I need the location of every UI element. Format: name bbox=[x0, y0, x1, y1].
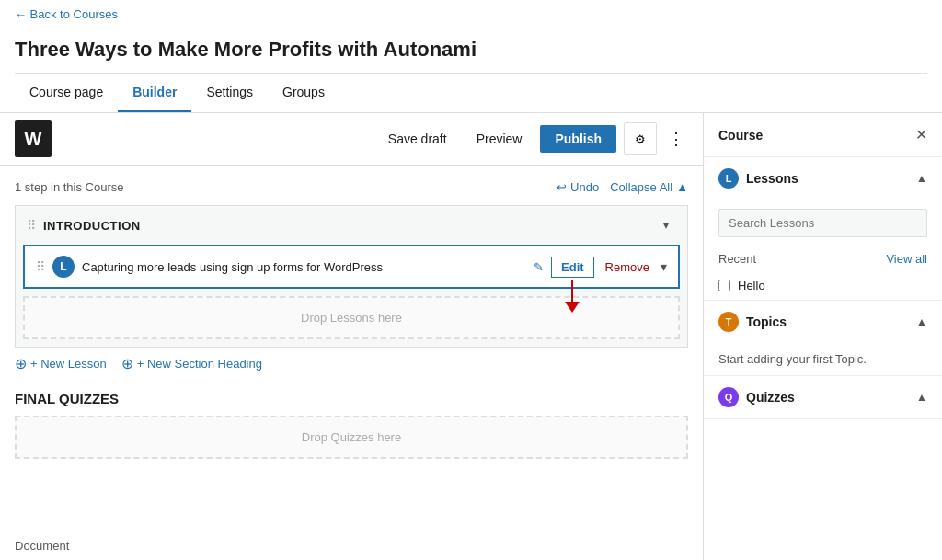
quizzes-section-label: Quizzes bbox=[746, 390, 916, 405]
publish-button[interactable]: Publish bbox=[540, 125, 616, 153]
drop-quizzes-zone: Drop Quizzes here bbox=[15, 416, 688, 459]
lessons-section-icon: L bbox=[718, 168, 739, 189]
add-buttons: ⊕ + New Lesson ⊕ + New Section Heading bbox=[15, 355, 688, 372]
plus-circle-icon: ⊕ bbox=[15, 355, 27, 372]
step-info: 1 step in this Course ↩ Undo Collapse Al… bbox=[15, 180, 688, 194]
new-section-heading-button[interactable]: ⊕ + New Section Heading bbox=[121, 355, 262, 372]
drop-quizzes-label: Drop Quizzes here bbox=[302, 430, 401, 444]
lesson-checkbox-item: Hello bbox=[704, 271, 942, 300]
sidebar: Course ✕ L Lessons ▲ Recent View all bbox=[703, 113, 942, 560]
collapse-all-label: Collapse All bbox=[610, 180, 672, 194]
preview-button[interactable]: Preview bbox=[465, 126, 534, 152]
tab-course-page[interactable]: Course page bbox=[15, 74, 118, 112]
lessons-section-label: Lessons bbox=[746, 171, 916, 186]
drop-lessons-label: Drop Lessons here bbox=[301, 311, 402, 325]
remove-lesson-button[interactable]: Remove bbox=[605, 260, 649, 274]
sidebar-lessons-section: L Lessons ▲ Recent View all Hello bbox=[704, 157, 942, 301]
final-quizzes-title: FINAL QUIZZES bbox=[15, 391, 688, 406]
topics-section-icon: T bbox=[718, 312, 739, 332]
sidebar-lessons-header[interactable]: L Lessons ▲ bbox=[704, 157, 942, 200]
save-draft-button[interactable]: Save draft bbox=[377, 126, 458, 152]
tabs-nav: Course page Builder Settings Groups bbox=[15, 73, 927, 112]
lesson-item: ⠿ L Capturing more leads using sign up f… bbox=[23, 245, 680, 289]
search-lessons-input[interactable] bbox=[718, 209, 927, 237]
sidebar-topics-header[interactable]: T Topics ▲ bbox=[704, 301, 942, 343]
bottom-bar: Document bbox=[0, 531, 703, 560]
close-sidebar-button[interactable]: ✕ bbox=[915, 126, 927, 143]
introduction-section: ⠿ INTRODUCTION ▾ ⠿ L Capturing more lead… bbox=[15, 205, 688, 348]
gear-icon: ⚙ bbox=[635, 132, 646, 146]
sidebar-quizzes-section: Q Quizzes ▲ bbox=[704, 376, 942, 419]
new-section-label: + New Section Heading bbox=[137, 357, 262, 371]
new-lesson-button[interactable]: ⊕ + New Lesson bbox=[15, 355, 107, 372]
collapse-all-button[interactable]: Collapse All ▲ bbox=[610, 180, 688, 194]
tab-settings[interactable]: Settings bbox=[191, 74, 268, 112]
sidebar-header: Course ✕ bbox=[704, 113, 942, 157]
quizzes-chevron-icon: ▲ bbox=[916, 391, 927, 404]
bottom-bar-label: Document bbox=[15, 539, 69, 553]
lesson-drag-handle[interactable]: ⠿ bbox=[36, 259, 45, 274]
chevron-up-icon: ▲ bbox=[676, 180, 688, 194]
undo-button[interactable]: ↩ Undo bbox=[557, 180, 599, 194]
builder-area: 1 step in this Course ↩ Undo Collapse Al… bbox=[0, 166, 703, 531]
quizzes-section-icon: Q bbox=[718, 387, 739, 407]
main-content: W Save draft Preview Publish ⚙ ⋮ 1 step … bbox=[0, 113, 703, 560]
section-collapse-button[interactable]: ▾ bbox=[656, 215, 676, 235]
close-icon: ✕ bbox=[915, 127, 927, 143]
page-title: Three Ways to Make More Profits with Aut… bbox=[15, 29, 927, 73]
edit-pencil-icon[interactable]: ✎ bbox=[534, 260, 544, 274]
final-quizzes-section: FINAL QUIZZES Drop Quizzes here bbox=[15, 391, 688, 459]
topics-chevron-icon: ▲ bbox=[916, 315, 927, 328]
back-to-courses-link[interactable]: ← Back to Courses bbox=[15, 0, 118, 29]
section-title: INTRODUCTION bbox=[43, 219, 141, 233]
edit-lesson-button[interactable]: Edit bbox=[551, 257, 594, 278]
lesson-icon: L bbox=[52, 256, 75, 278]
plus-circle-icon-2: ⊕ bbox=[121, 355, 133, 372]
recent-header: Recent View all bbox=[704, 246, 942, 271]
more-icon: ⋮ bbox=[668, 130, 684, 148]
topics-section-label: Topics bbox=[746, 314, 916, 329]
lesson-checkbox-label: Hello bbox=[738, 279, 765, 292]
lesson-title: Capturing more leads using sign up forms… bbox=[82, 260, 526, 274]
wp-toolbar: W Save draft Preview Publish ⚙ ⋮ bbox=[0, 113, 703, 166]
lesson-checkbox[interactable] bbox=[718, 280, 730, 291]
tab-groups[interactable]: Groups bbox=[268, 74, 339, 112]
tab-builder[interactable]: Builder bbox=[118, 74, 191, 112]
lesson-actions: Edit Remove ▾ bbox=[551, 257, 667, 278]
wp-logo: W bbox=[15, 120, 52, 157]
drop-lessons-zone: Drop Lessons here bbox=[23, 296, 680, 339]
sidebar-topics-section: T Topics ▲ Start adding your first Topic… bbox=[704, 301, 942, 376]
sidebar-title: Course bbox=[718, 128, 915, 143]
more-options-button[interactable]: ⋮ bbox=[664, 129, 688, 149]
lesson-expand-button[interactable]: ▾ bbox=[661, 259, 667, 274]
lessons-chevron-icon: ▲ bbox=[916, 172, 927, 185]
search-lessons-container bbox=[704, 200, 942, 246]
annotation-arrow bbox=[565, 280, 580, 313]
gear-button[interactable]: ⚙ bbox=[624, 122, 657, 155]
view-all-link[interactable]: View all bbox=[886, 252, 927, 266]
sidebar-quizzes-header[interactable]: Q Quizzes ▲ bbox=[704, 376, 942, 418]
section-header: ⠿ INTRODUCTION ▾ bbox=[16, 206, 687, 245]
topics-empty-message: Start adding your first Topic. bbox=[704, 343, 942, 375]
new-lesson-label: + New Lesson bbox=[30, 357, 107, 371]
step-count: 1 step in this Course bbox=[15, 180, 124, 194]
edit-wrapper: Edit bbox=[551, 257, 594, 278]
section-drag-handle[interactable]: ⠿ bbox=[27, 218, 36, 233]
recent-label: Recent bbox=[718, 252, 886, 266]
